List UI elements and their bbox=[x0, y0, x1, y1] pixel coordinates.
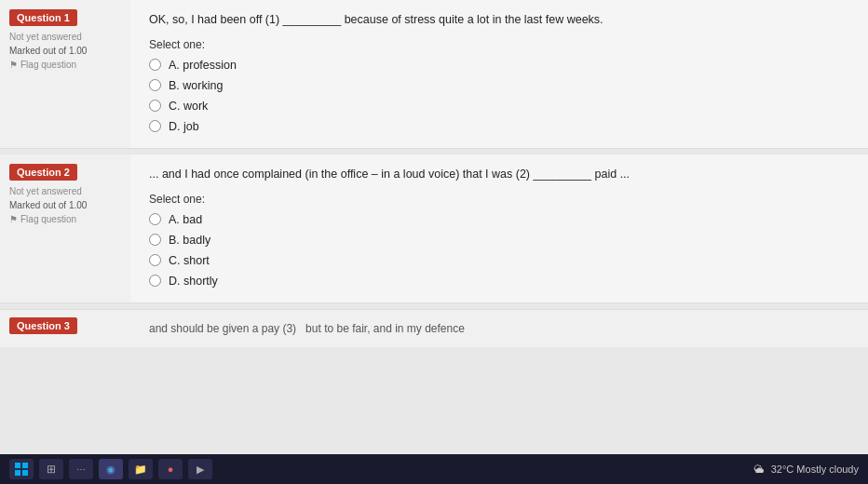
play-icon: ▶ bbox=[197, 464, 204, 476]
question-3-text-left: and should be given a pay (3) bbox=[149, 322, 296, 335]
weather-text: 32°C Mostly cloudy bbox=[771, 464, 859, 475]
question-1-option-c[interactable]: C. work bbox=[149, 100, 849, 113]
question-2-option-b[interactable]: B. badly bbox=[149, 234, 849, 247]
radio-q1-b[interactable] bbox=[149, 79, 161, 91]
taskbar-left: ⊞ ⋯ ◉ 📁 ● ▶ bbox=[9, 459, 212, 479]
radio-q2-b[interactable] bbox=[149, 234, 161, 246]
search-icon: ⊞ bbox=[47, 463, 56, 476]
flag-icon-1: ⚑ bbox=[9, 60, 18, 70]
radio-q2-d[interactable] bbox=[149, 275, 161, 287]
question-1-options: A. profession B. working C. work D. job bbox=[149, 59, 849, 133]
flag-icon-2: ⚑ bbox=[9, 214, 18, 224]
question-1-option-b[interactable]: B. working bbox=[149, 79, 849, 92]
question-2-sidebar: Question 2 Not yet answered Marked out o… bbox=[0, 155, 130, 302]
question-3-badge: Question 3 bbox=[9, 317, 77, 334]
question-1-main: OK, so, I had been off (1) _________ bec… bbox=[130, 0, 868, 148]
radio-q2-c[interactable] bbox=[149, 254, 161, 266]
taskbar-play[interactable]: ▶ bbox=[188, 459, 212, 479]
question-2-options: A. bad B. badly C. short D. shortly bbox=[149, 213, 849, 288]
question-3-sidebar: Question 3 bbox=[0, 310, 130, 347]
taskbar: ⊞ ⋯ ◉ 📁 ● ▶ 🌥 32°C Mostly cloudy bbox=[0, 454, 868, 484]
question-1-marked: Marked out of 1.00 bbox=[9, 46, 121, 56]
question-2-marked: Marked out of 1.00 bbox=[9, 200, 121, 210]
question-1-flag[interactable]: ⚑ Flag question bbox=[9, 60, 121, 70]
question-1-select-label: Select one: bbox=[149, 38, 849, 51]
svg-rect-0 bbox=[15, 463, 20, 468]
question-1-status: Not yet answered bbox=[9, 32, 121, 42]
question-2-option-a[interactable]: A. bad bbox=[149, 213, 849, 226]
weather-icon: 🌥 bbox=[753, 464, 764, 475]
radio-q1-d[interactable] bbox=[149, 120, 161, 132]
question-1-option-d[interactable]: D. job bbox=[149, 120, 849, 133]
taskbar-apps[interactable]: ⋯ bbox=[69, 459, 93, 479]
radio-q1-c[interactable] bbox=[149, 100, 161, 112]
apps-icon: ⋯ bbox=[76, 464, 86, 475]
radio-q2-a[interactable] bbox=[149, 213, 161, 225]
question-2-status: Not yet answered bbox=[9, 186, 121, 196]
browser-icon: ◉ bbox=[106, 464, 115, 476]
svg-rect-2 bbox=[15, 470, 20, 476]
start-button[interactable] bbox=[9, 459, 34, 479]
question-3-main: and should be given a pay (3) but to be … bbox=[130, 310, 868, 347]
question-2-main: ... and I had once complained (in the of… bbox=[130, 155, 868, 302]
windows-icon bbox=[15, 463, 28, 476]
question-2-option-d[interactable]: D. shortly bbox=[149, 275, 849, 288]
folder-icon: 📁 bbox=[134, 464, 147, 476]
question-1-block: Question 1 Not yet answered Marked out o… bbox=[0, 0, 868, 149]
taskbar-right: 🌥 32°C Mostly cloudy bbox=[753, 464, 859, 475]
question-2-flag[interactable]: ⚑ Flag question bbox=[9, 214, 121, 224]
taskbar-circle[interactable]: ● bbox=[158, 459, 183, 479]
taskbar-search[interactable]: ⊞ bbox=[39, 459, 63, 479]
main-content: Question 1 Not yet answered Marked out o… bbox=[0, 0, 868, 454]
question-2-select-label: Select one: bbox=[149, 193, 849, 206]
question-1-option-a[interactable]: A. profession bbox=[149, 59, 849, 72]
taskbar-browser[interactable]: ◉ bbox=[99, 459, 123, 479]
question-1-badge: Question 1 bbox=[9, 9, 77, 26]
radio-q1-a[interactable] bbox=[149, 59, 161, 71]
taskbar-files[interactable]: 📁 bbox=[129, 459, 153, 479]
question-3-text-right: but to be fair, and in my defence bbox=[305, 322, 465, 335]
question-2-block: Question 2 Not yet answered Marked out o… bbox=[0, 155, 868, 303]
question-2-option-c[interactable]: C. short bbox=[149, 254, 849, 267]
svg-rect-1 bbox=[22, 463, 28, 468]
svg-rect-3 bbox=[22, 470, 28, 476]
question-2-text: ... and I had once complained (in the of… bbox=[149, 166, 849, 183]
question-1-text: OK, so, I had been off (1) _________ bec… bbox=[149, 11, 849, 29]
question-3-preview: Question 3 and should be given a pay (3)… bbox=[0, 309, 868, 347]
question-2-badge: Question 2 bbox=[9, 164, 77, 181]
circle-icon: ● bbox=[168, 464, 174, 475]
question-1-sidebar: Question 1 Not yet answered Marked out o… bbox=[0, 0, 130, 148]
